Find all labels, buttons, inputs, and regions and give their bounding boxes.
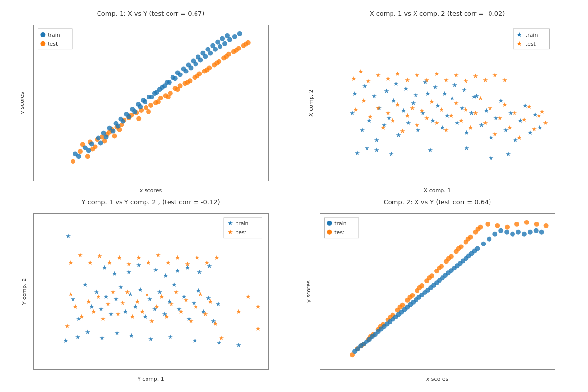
svg-text:★: ★ bbox=[79, 312, 85, 319]
svg-text:★: ★ bbox=[364, 145, 370, 152]
svg-point-428 bbox=[515, 229, 520, 234]
svg-point-396 bbox=[514, 221, 519, 226]
svg-point-49 bbox=[136, 116, 141, 121]
svg-text:★: ★ bbox=[219, 334, 224, 342]
svg-point-105 bbox=[159, 85, 164, 90]
svg-point-54 bbox=[185, 80, 190, 85]
svg-text:★: ★ bbox=[413, 91, 418, 98]
svg-text:★: ★ bbox=[136, 254, 142, 261]
svg-point-88 bbox=[222, 41, 227, 46]
svg-text:★: ★ bbox=[425, 90, 431, 97]
svg-text:★: ★ bbox=[193, 302, 198, 310]
svg-text:★: ★ bbox=[114, 329, 120, 337]
svg-point-112 bbox=[196, 54, 200, 59]
svg-text:★: ★ bbox=[516, 30, 522, 38]
svg-text:★: ★ bbox=[139, 307, 145, 315]
svg-text:★: ★ bbox=[153, 266, 159, 273]
svg-text:★: ★ bbox=[368, 112, 373, 120]
svg-point-448 bbox=[442, 273, 447, 278]
svg-point-93 bbox=[86, 148, 91, 153]
svg-text:★: ★ bbox=[505, 150, 511, 158]
svg-text:★: ★ bbox=[227, 228, 233, 235]
svg-text:★: ★ bbox=[97, 252, 102, 260]
svg-point-398 bbox=[534, 221, 539, 226]
svg-text:★: ★ bbox=[174, 254, 180, 261]
svg-text:★: ★ bbox=[353, 105, 359, 113]
svg-text:★: ★ bbox=[103, 293, 109, 300]
svg-text:★: ★ bbox=[122, 307, 128, 315]
svg-text:★: ★ bbox=[380, 123, 386, 131]
svg-text:★: ★ bbox=[197, 290, 203, 297]
svg-text:test: test bbox=[525, 40, 536, 47]
svg-point-432 bbox=[539, 229, 544, 234]
svg-text:train: train bbox=[525, 31, 537, 38]
svg-text:★: ★ bbox=[373, 147, 379, 154]
svg-text:★: ★ bbox=[354, 149, 360, 157]
svg-point-3 bbox=[40, 41, 45, 46]
svg-text:★: ★ bbox=[126, 269, 132, 276]
svg-text:train: train bbox=[236, 220, 248, 226]
svg-text:★: ★ bbox=[194, 254, 200, 261]
svg-text:★: ★ bbox=[471, 93, 477, 100]
svg-text:★: ★ bbox=[385, 75, 391, 82]
svg-text:★: ★ bbox=[464, 145, 469, 152]
plot-title-bottom-left: Y comp. 1 vs Y comp. 2 , (test corr = -0… bbox=[82, 198, 220, 206]
svg-text:★: ★ bbox=[111, 270, 117, 277]
svg-point-435 bbox=[367, 337, 371, 342]
svg-text:★: ★ bbox=[443, 126, 449, 133]
svg-text:★: ★ bbox=[192, 337, 197, 344]
svg-text:★: ★ bbox=[154, 302, 160, 310]
svg-point-50 bbox=[146, 109, 151, 114]
svg-text:★: ★ bbox=[90, 307, 96, 315]
svg-point-110 bbox=[186, 62, 191, 67]
main-container: Comp. 1: X vs Y (test corr = 0.67) y sco… bbox=[0, 0, 588, 392]
svg-text:★: ★ bbox=[106, 259, 112, 266]
svg-point-441 bbox=[402, 307, 407, 312]
svg-point-431 bbox=[533, 228, 538, 233]
svg-point-7 bbox=[85, 154, 90, 159]
svg-text:★: ★ bbox=[155, 251, 161, 259]
svg-text:★: ★ bbox=[432, 83, 438, 91]
svg-text:★: ★ bbox=[159, 293, 165, 300]
svg-point-388 bbox=[437, 266, 441, 270]
svg-text:★: ★ bbox=[73, 302, 78, 310]
svg-text:★: ★ bbox=[168, 300, 174, 307]
svg-point-440 bbox=[396, 312, 401, 317]
svg-text:test: test bbox=[48, 40, 58, 47]
svg-text:★: ★ bbox=[419, 106, 425, 114]
svg-point-47 bbox=[112, 133, 117, 138]
svg-text:★: ★ bbox=[512, 109, 517, 116]
svg-text:★: ★ bbox=[236, 307, 242, 315]
svg-text:★: ★ bbox=[463, 77, 468, 85]
svg-point-436 bbox=[372, 332, 377, 337]
x-label-bottom-right: x scores bbox=[426, 376, 448, 382]
svg-point-87 bbox=[218, 44, 222, 49]
svg-point-115 bbox=[210, 43, 215, 48]
svg-point-104 bbox=[154, 90, 159, 95]
svg-point-53 bbox=[175, 87, 180, 92]
svg-text:★: ★ bbox=[99, 334, 105, 342]
svg-text:★: ★ bbox=[236, 342, 242, 349]
svg-point-424 bbox=[492, 231, 497, 236]
svg-text:★: ★ bbox=[414, 72, 420, 79]
svg-point-117 bbox=[220, 36, 225, 41]
svg-text:★: ★ bbox=[488, 154, 494, 162]
svg-text:★: ★ bbox=[202, 310, 208, 317]
svg-text:★: ★ bbox=[443, 76, 449, 84]
svg-point-392 bbox=[475, 226, 480, 231]
svg-text:★: ★ bbox=[507, 123, 513, 131]
svg-text:★: ★ bbox=[492, 72, 498, 79]
svg-point-94 bbox=[98, 140, 103, 145]
svg-text:★: ★ bbox=[82, 281, 88, 288]
svg-point-6 bbox=[77, 149, 82, 154]
svg-text:train: train bbox=[334, 220, 346, 226]
svg-point-60 bbox=[243, 41, 248, 46]
svg-point-447 bbox=[437, 278, 442, 283]
svg-point-106 bbox=[164, 80, 169, 85]
svg-text:★: ★ bbox=[442, 90, 448, 97]
svg-point-444 bbox=[419, 292, 424, 297]
svg-text:★: ★ bbox=[98, 305, 104, 312]
svg-point-351 bbox=[327, 229, 332, 234]
svg-point-452 bbox=[466, 253, 471, 258]
plot-top-right: X comp. 1 vs X comp. 2 (test corr = -0.0… bbox=[296, 10, 578, 194]
